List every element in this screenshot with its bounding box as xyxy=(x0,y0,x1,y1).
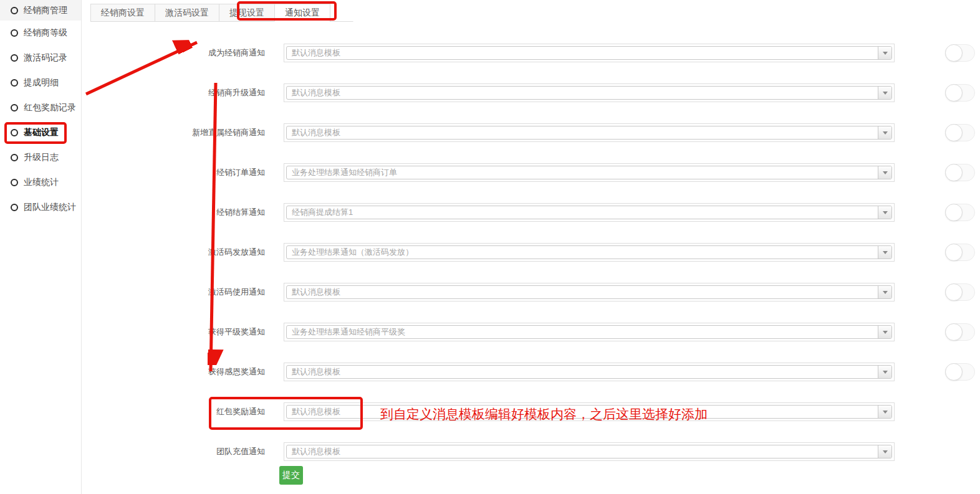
sidebar-item[interactable]: 激活码记录 xyxy=(0,45,81,70)
template-select[interactable]: 默认消息模板 xyxy=(284,402,895,421)
tab[interactable]: 激活码设置 xyxy=(155,4,219,22)
toggle-knob xyxy=(945,44,963,62)
enable-toggle[interactable] xyxy=(945,84,975,102)
tab-label: 提现设置 xyxy=(229,7,264,17)
sidebar-item[interactable]: 经销商管理 xyxy=(0,0,81,21)
tab[interactable]: 经销商设置 xyxy=(90,4,155,22)
template-select[interactable]: 业务处理结果通知经销商订单 xyxy=(284,163,895,182)
sidebar-item[interactable]: 升级日志 xyxy=(0,145,81,170)
field-label: 激活码使用通知 xyxy=(82,287,265,298)
form-row: 获得平级奖通知 业务处理结果通知经销商平级奖 xyxy=(82,323,980,341)
template-select-inner[interactable]: 默认消息模板 xyxy=(286,126,892,140)
sidebar-item[interactable]: 提成明细 xyxy=(0,70,81,95)
template-select[interactable]: 默认消息模板 xyxy=(284,442,895,461)
template-select-inner[interactable]: 默认消息模板 xyxy=(286,86,892,100)
sidebar-item[interactable]: 基础设置 xyxy=(0,120,81,145)
template-select[interactable]: 默认消息模板 xyxy=(284,283,895,302)
selected-template-value: 默认消息模板 xyxy=(287,446,340,457)
radio-circle-icon xyxy=(11,129,18,136)
template-select[interactable]: 业务处理结果通知经销商平级奖 xyxy=(284,323,895,341)
sidebar-item[interactable]: 红包奖励记录 xyxy=(0,95,81,120)
field-label: 激活码发放通知 xyxy=(82,247,265,258)
tab[interactable]: 通知设置 xyxy=(274,4,330,22)
sidebar-item-label: 业绩统计 xyxy=(24,177,59,188)
enable-toggle[interactable] xyxy=(945,244,975,261)
template-select[interactable]: 业务处理结果通知（激活码发放） xyxy=(284,243,895,262)
selected-template-value: 默认消息模板 xyxy=(287,406,340,417)
selected-template-value: 默认消息模板 xyxy=(287,287,340,298)
selected-template-value: 经销商提成结算1 xyxy=(287,207,353,218)
enable-toggle[interactable] xyxy=(945,283,975,301)
field-label: 获得平级奖通知 xyxy=(82,326,265,338)
sidebar-item[interactable]: 经销商等级 xyxy=(0,21,81,45)
sidebar-item-label: 升级日志 xyxy=(24,152,59,163)
chevron-down-icon[interactable] xyxy=(878,87,891,99)
tab-label: 激活码设置 xyxy=(165,7,209,17)
template-select-inner[interactable]: 业务处理结果通知（激活码发放） xyxy=(286,245,892,259)
toggle-knob xyxy=(945,363,963,381)
field-label: 经销结算通知 xyxy=(82,207,265,218)
radio-circle-icon xyxy=(11,154,18,161)
chevron-down-icon[interactable] xyxy=(878,206,891,219)
selected-template-value: 业务处理结果通知（激活码发放） xyxy=(287,247,413,258)
toggle-knob xyxy=(945,283,963,301)
tab[interactable]: 提现设置 xyxy=(219,4,275,22)
enable-toggle[interactable] xyxy=(945,124,975,141)
enable-toggle[interactable] xyxy=(945,204,975,221)
field-label: 红包奖励通知 xyxy=(82,406,265,417)
radio-circle-icon xyxy=(11,79,18,87)
chevron-down-icon[interactable] xyxy=(878,126,891,139)
enable-toggle[interactable] xyxy=(945,164,975,181)
template-select-inner[interactable]: 默认消息模板 xyxy=(286,445,892,458)
template-select-inner[interactable]: 经销商提成结算1 xyxy=(286,206,892,219)
chevron-down-icon[interactable] xyxy=(878,286,891,298)
form-row: 经销结算通知 经销商提成结算1 xyxy=(82,203,980,222)
template-select[interactable]: 默认消息模板 xyxy=(284,44,895,62)
selected-template-value: 默认消息模板 xyxy=(287,87,340,98)
chevron-down-icon[interactable] xyxy=(878,326,891,338)
form-row: 经销订单通知 业务处理结果通知经销商订单 xyxy=(82,163,980,182)
template-select-inner[interactable]: 默认消息模板 xyxy=(286,405,892,419)
enable-toggle[interactable] xyxy=(945,44,975,62)
radio-circle-icon xyxy=(11,104,18,112)
template-select[interactable]: 默认消息模板 xyxy=(284,363,895,381)
enable-toggle[interactable] xyxy=(945,323,975,341)
template-select[interactable]: 默认消息模板 xyxy=(284,123,895,142)
form-row: 激活码使用通知 默认消息模板 xyxy=(82,283,980,302)
sidebar-item[interactable]: 团队业绩统计 xyxy=(0,195,81,220)
form-row: 激活码发放通知 业务处理结果通知（激活码发放） xyxy=(82,243,980,262)
sidebar-item-label: 经销商等级 xyxy=(24,27,67,39)
toggle-knob xyxy=(945,244,963,261)
template-select-inner[interactable]: 业务处理结果通知经销商订单 xyxy=(286,166,892,179)
chevron-down-icon[interactable] xyxy=(878,366,891,378)
field-label: 经销订单通知 xyxy=(82,167,265,178)
template-select-inner[interactable]: 业务处理结果通知经销商平级奖 xyxy=(286,325,892,339)
notification-settings-form: 成为经销商通知 默认消息模板 经销商升级通知 默认消息模板 新增直属经销商通知 … xyxy=(82,22,980,482)
chevron-down-icon[interactable] xyxy=(878,406,891,418)
enable-toggle[interactable] xyxy=(945,363,975,381)
sidebar-item-label: 激活码记录 xyxy=(24,52,67,64)
form-row: 获得感恩奖通知 默认消息模板 xyxy=(82,363,980,381)
sidebar-item-label: 基础设置 xyxy=(24,127,59,138)
template-select[interactable]: 经销商提成结算1 xyxy=(284,203,895,222)
chevron-down-icon[interactable] xyxy=(878,445,891,458)
template-select-inner[interactable]: 默认消息模板 xyxy=(286,46,892,60)
template-select[interactable]: 默认消息模板 xyxy=(284,83,895,102)
selected-template-value: 默认消息模板 xyxy=(287,127,340,138)
tabstrip-spacer xyxy=(330,4,353,22)
field-label: 新增直属经销商通知 xyxy=(82,127,265,138)
sidebar-item-label: 提成明细 xyxy=(24,77,59,88)
tab-label: 经销商设置 xyxy=(101,7,145,17)
field-label: 获得感恩奖通知 xyxy=(82,366,265,378)
radio-circle-icon xyxy=(11,54,18,62)
template-select-inner[interactable]: 默认消息模板 xyxy=(286,365,892,379)
field-label: 成为经销商通知 xyxy=(82,47,265,59)
toggle-knob xyxy=(945,323,963,341)
sidebar-item[interactable]: 业绩统计 xyxy=(0,170,81,195)
sidebar-item-label: 经销商管理 xyxy=(24,5,67,16)
chevron-down-icon[interactable] xyxy=(878,246,891,259)
submit-button[interactable]: 提交 xyxy=(279,466,303,485)
chevron-down-icon[interactable] xyxy=(878,166,891,179)
chevron-down-icon[interactable] xyxy=(878,47,891,59)
template-select-inner[interactable]: 默认消息模板 xyxy=(286,285,892,299)
